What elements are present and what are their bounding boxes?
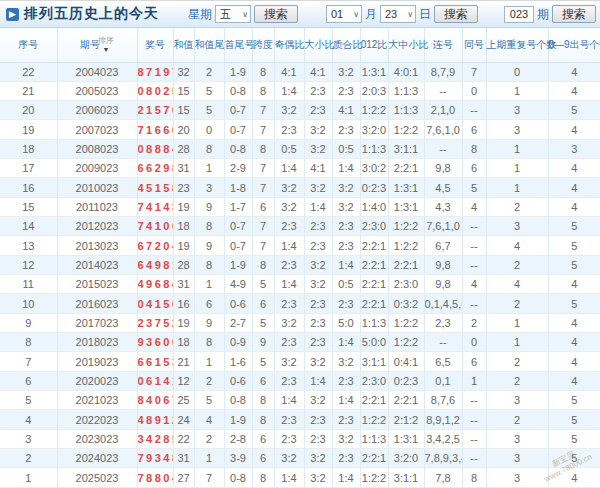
sort-control[interactable]: 排序▼: [98, 37, 114, 53]
cell-dazhongxiaobi: 4:0:1: [388, 62, 424, 81]
month-select[interactable]: 01 ∨: [326, 5, 362, 23]
cell-jianghao: 08025: [137, 81, 173, 100]
issue-label: 期: [537, 6, 549, 23]
month-select-value: 01: [331, 8, 343, 20]
cell-tonghao: 0: [462, 81, 486, 100]
cell-qihao: 2006023: [57, 101, 137, 120]
column-header-shouweihao: 首尾号: [224, 28, 252, 62]
cell-shangqichongfu: 3: [486, 217, 548, 236]
cell-bi012: 3:0:2: [360, 159, 388, 178]
cell-daxiaobi: 2:3: [304, 236, 332, 255]
chevron-down-icon: ∨: [407, 10, 413, 19]
cell-xuhao: 18: [0, 139, 57, 158]
cell-chuhaogeshu: 4: [548, 197, 600, 216]
cell-xuhao: 11: [0, 275, 57, 294]
cell-qioubi: 1:4: [274, 275, 304, 294]
cell-bi012: 1:3:1: [360, 62, 388, 81]
cell-shouweihao: 0-7: [224, 217, 252, 236]
cell-shouweihao: 0-8: [224, 391, 252, 410]
cell-xuhao: 14: [0, 217, 57, 236]
cell-lianhao: 2,3: [424, 313, 462, 332]
cell-hezhiwei: 8: [194, 255, 224, 274]
cell-chuhaogeshu: 4: [548, 275, 600, 294]
top-bar: ▶ 排列五历史上的今天 星期 五 ∨ 搜索 01 ∨ 月 23 ∨ 日 搜索: [0, 1, 600, 28]
cell-lianhao: 8,9,1,2: [424, 410, 462, 429]
cell-chuhaogeshu: 4: [548, 313, 600, 332]
cell-qihao: 2019023: [57, 352, 137, 371]
cell-zhihebi: 0:5: [332, 275, 360, 294]
week-select-value: 五: [220, 7, 231, 22]
column-header-jianghao: 奖号: [137, 28, 173, 62]
cell-hezhiwei: 5: [194, 391, 224, 410]
cell-hezhiwei: 2: [194, 62, 224, 81]
cell-bi012: 3:1:1: [360, 352, 388, 371]
table-row: 122014023649812881-982:33:21:42:2:12:2:1…: [0, 255, 600, 274]
cell-zhihebi: 2:3: [332, 371, 360, 390]
issue-number-input[interactable]: [504, 6, 534, 23]
cell-tonghao: 0: [462, 333, 486, 352]
cell-jianghao: 78804: [137, 468, 173, 488]
sort-label: 排序: [98, 37, 114, 45]
cell-qihao: 2018023: [57, 333, 137, 352]
month-label: 月: [365, 6, 377, 23]
cell-tonghao: --: [462, 429, 486, 448]
cell-shouweihao: 2-7: [224, 313, 252, 332]
cell-lianhao: 8,7,6: [424, 391, 462, 410]
cell-qihao: 2005023: [57, 81, 137, 100]
day-select[interactable]: 23 ∨: [380, 5, 416, 23]
table-row: 202006023215701550-773:22:34:11:2:21:1:3…: [0, 101, 600, 120]
cell-daxiaobi: 3:2: [304, 449, 332, 468]
table-row: 112015023496843114-951:43:20:52:2:12:3:0…: [0, 275, 600, 294]
cell-zhihebi: 2:3: [332, 410, 360, 429]
search-controls: 星期 五 ∨ 搜索 01 ∨ 月 23 ∨ 日 搜索 期 搜索: [188, 5, 596, 23]
cell-hezhi: 19: [173, 197, 194, 216]
cell-chuhaogeshu: 4: [548, 333, 600, 352]
cell-tonghao: 2: [462, 313, 486, 332]
cell-jianghao: 48912: [137, 410, 173, 429]
date-search-button[interactable]: 搜索: [434, 5, 478, 23]
cell-kuadu: 5: [252, 275, 274, 294]
cell-jianghao: 23752: [137, 313, 173, 332]
column-header-qihao[interactable]: 期号排序▼: [57, 28, 137, 62]
week-search-button[interactable]: 搜索: [254, 5, 298, 23]
issue-search-button[interactable]: 搜索: [552, 5, 596, 23]
cell-xuhao: 7: [0, 352, 57, 371]
table-row: 172009023662983112-971:44:11:43:0:22:2:1…: [0, 159, 600, 178]
cell-xuhao: 19: [0, 120, 57, 139]
cell-qihao: 2014023: [57, 255, 137, 274]
cell-hezhiwei: 4: [194, 410, 224, 429]
cell-hezhi: 18: [173, 217, 194, 236]
cell-shouweihao: 0-7: [224, 236, 252, 255]
cell-qioubi: 3:2: [274, 352, 304, 371]
cell-tonghao: --: [462, 101, 486, 120]
cell-hezhi: 25: [173, 391, 194, 410]
cell-jianghao: 67204: [137, 236, 173, 255]
cell-jianghao: 87197: [137, 62, 173, 81]
cell-jianghao: 74143: [137, 197, 173, 216]
cell-shouweihao: 1-9: [224, 62, 252, 81]
cell-hezhi: 28: [173, 139, 194, 158]
cell-qihao: 2017023: [57, 313, 137, 332]
table-row: 52021023840672550-881:43:21:42:2:12:2:18…: [0, 391, 600, 410]
cell-daxiaobi: 2:3: [304, 333, 332, 352]
cell-daxiaobi: 3:2: [304, 178, 332, 197]
cell-zhihebi: 3:2: [332, 197, 360, 216]
cell-lianhao: 6,7: [424, 236, 462, 255]
table-row: 162010023451582331-873:23:23:20:2:31:3:1…: [0, 178, 600, 197]
cell-qioubi: 2:3: [274, 294, 304, 313]
cell-kuadu: 8: [252, 468, 274, 488]
cell-chuhaogeshu: 5: [548, 410, 600, 429]
week-select[interactable]: 五 ∨: [215, 5, 251, 23]
table-row: 142012023741061880-772:32:32:32:3:01:2:2…: [0, 217, 600, 236]
cell-shouweihao: 0-6: [224, 371, 252, 390]
cell-shouweihao: 1-7: [224, 197, 252, 216]
cell-tonghao: --: [462, 255, 486, 274]
cell-hezhiwei: 1: [194, 275, 224, 294]
cell-tonghao: 1: [462, 371, 486, 390]
cell-hezhi: 32: [173, 62, 194, 81]
cell-zhihebi: 1:4: [332, 391, 360, 410]
cell-dazhongxiaobi: 2:1:2: [388, 410, 424, 429]
cell-daxiaobi: 4:1: [304, 62, 332, 81]
cell-qioubi: 4:1: [274, 62, 304, 81]
cell-shouweihao: 0-7: [224, 101, 252, 120]
